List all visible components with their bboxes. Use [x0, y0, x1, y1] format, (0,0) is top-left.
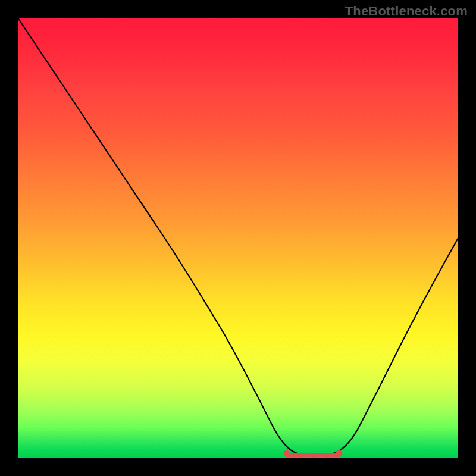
optimum-marker-mid1: [299, 453, 303, 458]
optimum-marker-left: [284, 450, 290, 457]
plot-area: [18, 18, 458, 458]
watermark-text: TheBottleneck.com: [345, 4, 468, 19]
bottleneck-curve: [18, 18, 458, 455]
optimum-marker-mid3: [324, 453, 328, 458]
optimum-marker-mid2: [312, 453, 317, 458]
chart-frame: TheBottleneck.com: [0, 0, 476, 476]
optimum-marker-right: [336, 450, 343, 457]
plot-svg: [18, 18, 458, 458]
